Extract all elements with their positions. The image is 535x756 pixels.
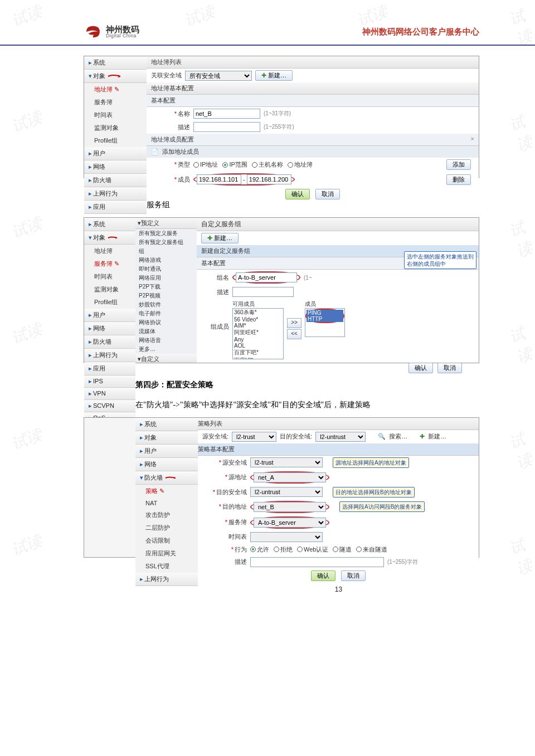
list-item[interactable]: 网络语音 [135,336,197,345]
sidebar-leaf[interactable]: 服务簿 [84,96,147,109]
sidebar-leaf[interactable]: 时间表 [84,109,147,121]
col2-header[interactable]: 预定义 [141,220,159,226]
sidebar-leaf[interactable]: 二层防护 [135,521,198,534]
new-button[interactable]: ✚ 新建… [201,233,239,243]
list-item[interactable]: 网络应用 [135,274,197,282]
sidebar-leaf[interactable]: 应用层网关 [135,547,198,560]
desc-input[interactable] [193,122,260,132]
sidebar-leaf[interactable]: 攻击防护 [135,509,198,521]
list-item[interactable]: 所有预定义服务组 [135,238,197,247]
sidebar-item[interactable]: ▸网络 [135,458,198,471]
list-item[interactable]: 更多… [135,345,197,354]
radio-deny[interactable] [274,547,279,552]
sidebar-leaf[interactable]: Profile组 [84,134,147,147]
f-srcdom-select[interactable]: l2-trust [250,457,323,467]
selected-list[interactable]: PING HTTP [305,308,345,337]
new-button[interactable]: ✚ 新建… [255,70,293,81]
list-item[interactable]: 炒股软件 [135,300,197,309]
src-zone-select[interactable]: l2-trust [232,432,276,442]
cancel-button[interactable]: 取消 [437,363,462,373]
sidebar-item[interactable]: ▸防火墙 [84,335,135,349]
delete-button[interactable]: 删除 [446,174,471,185]
sidebar-leaf[interactable]: 会话限制 [135,534,198,547]
list-item[interactable]: P2P下载 [135,282,197,291]
sidebar-leaf[interactable]: 地址簿 [84,245,135,257]
sidebar-item[interactable]: ▾防火墙 [135,471,198,485]
list-item[interactable]: 即时通讯 [135,265,197,274]
radio-fromtunnel[interactable] [356,547,362,552]
ip-start-input[interactable] [197,174,241,184]
sidebar-item[interactable]: ▸用户 [84,147,147,160]
sidebar-item[interactable]: ▸系统 [84,56,147,70]
sidebar-item[interactable]: ▸IPS [84,375,135,388]
f-desc-input[interactable] [250,557,384,567]
sidebar-item[interactable]: ▸网络 [84,160,147,174]
ok-button[interactable]: 确认 [408,363,433,373]
ok-button[interactable]: 确认 [285,189,310,199]
sidebar-leaf[interactable]: SSL代理 [135,560,198,573]
ok-button[interactable]: 确认 [311,570,335,581]
list-item[interactable]: 所有预定义服务 [135,229,197,238]
sidebar-item[interactable]: ▸VPN [84,388,135,400]
f-svc-select[interactable]: A-to-B_server [254,518,326,528]
sidebar-item[interactable]: ▸上网行为 [84,349,135,362]
sidebar-item[interactable]: ▸网络 [84,322,135,335]
dst-zone-select[interactable]: l2-untrust [315,432,366,442]
list-item[interactable]: 网络游戏 [135,256,197,265]
list-item[interactable]: P2P视频 [135,291,197,300]
cancel-button[interactable]: 取消 [341,570,366,581]
close-icon[interactable]: × [471,135,474,144]
radio-ip[interactable] [193,162,199,168]
sidebar-item[interactable]: ▸对象 [135,431,198,445]
add-button[interactable]: 添加 [446,159,471,170]
f-dstdom-select[interactable]: l2-untrust [250,487,323,497]
sidebar-leaf[interactable]: 监测对象 [84,121,147,134]
groupname-input[interactable] [236,272,297,282]
radio-iprange[interactable] [222,162,228,168]
list-item[interactable]: 流媒体 [135,327,197,336]
f-time-select[interactable] [250,532,323,542]
sidebar-item[interactable]: ▸用户 [84,309,135,322]
radio-hostname[interactable] [252,162,257,168]
radio-allow[interactable] [250,547,256,552]
sidebar-item[interactable]: ▾对象 [84,231,135,245]
dst-zone-label: 目的安全域: [280,432,312,441]
sidebar-item[interactable]: ▸防火墙 [84,174,147,187]
move-right-button[interactable]: >> [287,318,301,328]
sidebar-leaf[interactable]: Profile组 [84,296,135,309]
search-link[interactable]: 搜索… [389,432,407,441]
radio-addrbook[interactable] [288,162,293,168]
sidebar-leaf[interactable]: NAT [135,498,198,509]
sidebar-item[interactable]: ▸上网行为 [84,187,147,201]
list-item[interactable]: 网络协议 [135,318,197,327]
sidebar-item[interactable]: ▾对象 [84,70,147,83]
sidebar-leaf[interactable]: 地址簿 ✎ [84,83,147,96]
sidebar-leaf[interactable]: 服务簿 ✎ [84,257,135,270]
sidebar-item[interactable]: ▸上网行为 [135,573,198,586]
sidebar-item[interactable]: ▸应用 [84,362,135,375]
sidebar-item[interactable]: ▸用户 [135,445,198,458]
sidebar-leaf[interactable]: 策略 ✎ [135,485,198,498]
avail-list[interactable]: 360杀毒*56 Video*AIM* 阿里旺旺*AnyAOL 百度下吧*百度H… [232,308,284,359]
assoc-zone-select[interactable]: 所有安全域 [185,71,252,81]
sidebar-leaf[interactable]: 监测对象 [84,283,135,296]
sidebar-leaf[interactable]: 时间表 [84,270,135,283]
sidebar-item[interactable]: ▸系统 [135,418,198,431]
f-dstaddr-select[interactable]: net_B [254,502,326,512]
ip-end-input[interactable] [247,174,291,184]
desc-input[interactable] [232,287,294,297]
f-srcaddr-select[interactable]: net_A [254,472,326,482]
cancel-button[interactable]: 取消 [315,189,340,199]
move-left-button[interactable]: << [287,329,301,339]
name-input[interactable] [193,109,260,119]
sidebar-item[interactable]: ▸系统 [84,218,135,231]
search-icon[interactable]: 🔍 [378,433,386,440]
sidebar-item[interactable]: ▸应用 [84,201,147,214]
col2-header2[interactable]: 自定义 [141,355,159,362]
new-link[interactable]: 新建… [428,432,446,441]
radio-tunnel[interactable] [333,547,338,552]
list-item[interactable]: 电子邮件 [135,309,197,318]
sidebar-item[interactable]: ▸SCVPN [84,400,135,412]
radio-webauth[interactable] [297,547,303,552]
list-item[interactable]: 组 [135,247,197,256]
